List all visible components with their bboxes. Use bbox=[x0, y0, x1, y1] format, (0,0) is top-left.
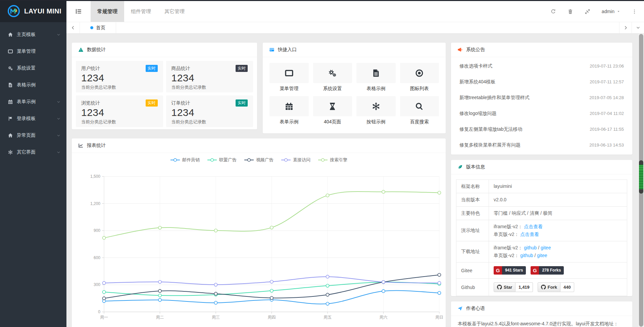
trash-button[interactable] bbox=[567, 9, 573, 14]
gitee-badge[interactable]: G941 Stars bbox=[494, 266, 526, 275]
tab-home[interactable]: 首页 bbox=[80, 22, 116, 33]
tab-dropdown-button[interactable] bbox=[632, 22, 644, 33]
version-row-Github: GithubStar1,419Fork440 bbox=[456, 279, 627, 296]
quick-entry-菜单管理[interactable]: 菜单管理 bbox=[269, 63, 309, 92]
link-github[interactable]: github bbox=[524, 245, 537, 250]
quick-entry-label: 菜单管理 bbox=[269, 86, 309, 92]
svg-text:周一: 周一 bbox=[100, 315, 108, 320]
announcement-date: 2019-06-13 14:53 bbox=[589, 142, 624, 148]
more-options-button[interactable] bbox=[632, 9, 637, 14]
quick-entry-label: 图标列表 bbox=[400, 86, 439, 92]
app-logo[interactable]: LAYUI MINI bbox=[0, 0, 66, 22]
file-icon bbox=[7, 82, 13, 88]
top-tab-组件管理[interactable]: 组件管理 bbox=[124, 1, 158, 22]
quick-entry-表格示例[interactable]: 表格示例 bbox=[356, 63, 396, 92]
home-icon bbox=[7, 32, 13, 37]
svg-text:0: 0 bbox=[98, 310, 100, 314]
announcement-item: 修复左侧菜单缩放tab无法移动2019-06-17 11:55 bbox=[451, 121, 632, 137]
svg-text:900: 900 bbox=[94, 228, 100, 233]
user-menu[interactable]: admin bbox=[602, 9, 620, 14]
scroll-drag-handle[interactable] bbox=[639, 160, 643, 194]
legend-label: 视频广告 bbox=[256, 157, 274, 163]
version-row-框架名称: 框架名称layuimini bbox=[456, 180, 627, 193]
version-value: iframe版-v2： github / gitee单页版-v2： github… bbox=[489, 241, 627, 262]
stat-desc: 当前分类总记录数 bbox=[171, 84, 248, 90]
legend-直接访问[interactable]: 直接访问 bbox=[281, 157, 310, 163]
quick-entry-系统设置[interactable]: 系统设置 bbox=[313, 63, 352, 92]
window-icon bbox=[285, 69, 294, 78]
calendar-icon bbox=[7, 99, 13, 105]
quick-entry-图标列表[interactable]: 图标列表 bbox=[400, 63, 439, 92]
sidebar-item-其它界面[interactable]: 其它界面 bbox=[0, 144, 66, 161]
author-note: 本模板基于layui2.5.4以及font-awesome-4.7.0进行实现。… bbox=[451, 316, 632, 327]
expand-button[interactable] bbox=[585, 9, 590, 14]
link-gitee[interactable]: gitee bbox=[541, 245, 551, 250]
legend-邮件营销[interactable]: 邮件营销 bbox=[170, 157, 200, 163]
top-tab-常规管理[interactable]: 常规管理 bbox=[91, 1, 124, 22]
content-area: 数据统计 用户统计实时1234当前分类总记录数商品统计实时1234当前分类总记录… bbox=[66, 34, 644, 327]
version-row-演示地址: 演示地址iframe版-v2： 点击查看单页版-v2： 点击查看 bbox=[456, 220, 627, 241]
legend-搜索引擎[interactable]: 搜索引擎 bbox=[318, 157, 347, 163]
version-label: 下载地址 bbox=[456, 241, 489, 262]
sidebar-item-异常页面[interactable]: 异常页面 bbox=[0, 127, 66, 144]
quick-entry-label: 404页面 bbox=[313, 119, 352, 125]
legend-联盟广告[interactable]: 联盟广告 bbox=[207, 157, 237, 163]
page-tab-bar: 首页 bbox=[66, 22, 644, 34]
quick-entry-按钮示例[interactable]: 按钮示例 bbox=[356, 96, 396, 125]
quick-entry-card: 快捷入口 菜单管理系统设置表格示例图标列表表单示例404页面按钮示例百度搜索 bbox=[263, 43, 446, 133]
stat-label: 商品统计 bbox=[171, 66, 190, 72]
stat-value: 1234 bbox=[81, 72, 158, 84]
dotcircle-icon bbox=[415, 69, 424, 78]
stat-label: 订单统计 bbox=[171, 100, 190, 106]
chevron-down-icon bbox=[57, 100, 60, 104]
stat-desc: 当前分类总记录数 bbox=[81, 84, 158, 90]
app-title: LAYUI MINI bbox=[24, 7, 61, 15]
stat-value: 1234 bbox=[171, 72, 248, 84]
sidebar-item-登录模板[interactable]: 登录模板 bbox=[0, 110, 66, 127]
report-line-chart: 03006009001,2001,500周一周二周三周四周五周六周日 bbox=[72, 165, 446, 326]
home-icon bbox=[7, 133, 13, 138]
quick-entry-label: 表格示例 bbox=[356, 86, 396, 92]
collapse-menu-button[interactable] bbox=[66, 1, 91, 22]
sidebar-item-表单示例[interactable]: 表单示例 bbox=[0, 93, 66, 110]
realtime-badge: 实时 bbox=[236, 65, 248, 72]
sidebar-item-表格示例[interactable]: 表格示例 bbox=[0, 77, 66, 93]
window-top-border bbox=[0, 0, 644, 1]
legend-视频广告[interactable]: 视频广告 bbox=[244, 157, 274, 163]
sidebar-item-系统设置[interactable]: 系统设置 bbox=[0, 60, 66, 77]
version-value: 零门槛 / 响应式 / 清爽 / 极简 bbox=[489, 207, 627, 220]
gitee-badge[interactable]: G278 Forks bbox=[531, 266, 564, 275]
caret-down-icon bbox=[617, 10, 620, 13]
version-table: 框架名称layuimini当前版本v2.0.0主要特色零门槛 / 响应式 / 清… bbox=[456, 179, 627, 296]
top-header: 常规管理组件管理其它管理 admin bbox=[66, 1, 644, 22]
quick-entry-百度搜索[interactable]: 百度搜索 bbox=[400, 96, 439, 125]
quick-entry-404页面[interactable]: 404页面 bbox=[313, 96, 352, 125]
version-value: iframe版-v2： 点击查看单页版-v2： 点击查看 bbox=[489, 220, 627, 241]
link-gitee[interactable]: gitee bbox=[537, 253, 547, 258]
quick-entry-表单示例[interactable]: 表单示例 bbox=[269, 96, 309, 125]
tab-home-label: 首页 bbox=[96, 25, 105, 31]
report-chart-card: 报表统计 邮件营销联盟广告视频广告直接访问搜索引擎 03006009001,20… bbox=[72, 138, 446, 327]
stat-desc: 当前分类总记录数 bbox=[81, 119, 158, 125]
tab-scroll-left-button[interactable] bbox=[66, 22, 80, 33]
gitee-icon: G bbox=[531, 266, 539, 275]
github-fork-badge[interactable]: Fork440 bbox=[538, 282, 574, 292]
chart-legend: 邮件营销联盟广告视频广告直接访问搜索引擎 bbox=[72, 156, 446, 164]
tab-scroll-right-button[interactable] bbox=[619, 22, 632, 33]
sidebar-item-菜单管理[interactable]: 菜单管理 bbox=[0, 43, 66, 60]
stat-value: 1234 bbox=[81, 107, 158, 118]
quick-entry-label: 表单示例 bbox=[269, 119, 309, 125]
active-tab-dot bbox=[90, 26, 93, 29]
link-点击查看[interactable]: 点击查看 bbox=[524, 224, 543, 229]
github-star-badge[interactable]: Star1,419 bbox=[494, 282, 533, 292]
version-label: Github bbox=[456, 279, 489, 296]
chevron-down-icon bbox=[57, 117, 60, 121]
announcement-date: 2019-07-11 12:57 bbox=[590, 79, 624, 84]
link-github[interactable]: github bbox=[520, 253, 533, 258]
card-title: 报表统计 bbox=[87, 142, 106, 149]
link-点击查看[interactable]: 点击查看 bbox=[520, 232, 539, 237]
sidebar-item-主页模板[interactable]: 主页模板 bbox=[0, 26, 66, 43]
top-tab-其它管理[interactable]: 其它管理 bbox=[158, 1, 191, 22]
version-value: Star1,419Fork440 bbox=[489, 279, 627, 296]
refresh-button[interactable] bbox=[550, 9, 556, 14]
